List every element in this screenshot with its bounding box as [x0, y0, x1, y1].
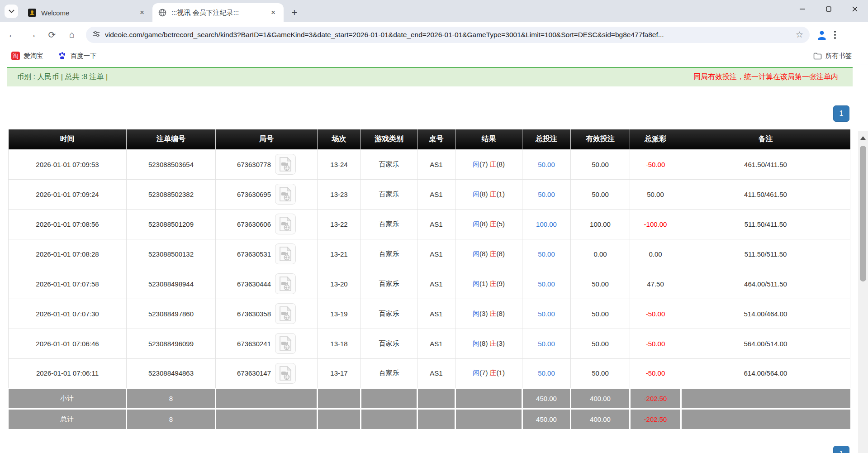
close-window-button[interactable]: [842, 0, 868, 18]
total-bet[interactable]: 100.00: [522, 209, 571, 239]
banker-score: (8): [497, 310, 505, 317]
session: 13-24: [318, 149, 361, 179]
summary-empty-cell: [216, 409, 318, 429]
all-bookmarks-button[interactable]: 所有书签: [809, 50, 855, 62]
tab-betrecord[interactable]: :::视讯 会员下注纪录::: ×: [152, 3, 284, 22]
round-number-text: 673630531: [237, 250, 271, 258]
session: 13-19: [318, 299, 361, 329]
bet-time: 2026-01-01 07:06:46: [9, 329, 127, 358]
column-header: 总投注: [522, 129, 571, 149]
profile-avatar-icon[interactable]: [816, 29, 828, 41]
forward-button[interactable]: →: [24, 27, 40, 43]
bet-time: 2026-01-01 07:06:11: [9, 358, 127, 388]
video-replay-button[interactable]: [275, 184, 296, 205]
maximize-button[interactable]: [816, 0, 842, 18]
column-header: 局号: [216, 129, 318, 149]
pagination-page-1-bottom[interactable]: 1: [833, 446, 849, 453]
tab-welcome[interactable]: Welcome ×: [22, 3, 152, 22]
video-replay-button[interactable]: [275, 214, 296, 234]
new-tab-button[interactable]: +: [287, 5, 302, 20]
player-score: (8): [479, 220, 490, 228]
summary-label: 小计: [9, 388, 127, 409]
player-label: 闲: [473, 190, 479, 198]
close-tab-icon[interactable]: ×: [137, 8, 147, 18]
round-number-text: 673630358: [237, 310, 271, 318]
total-bet[interactable]: 50.00: [522, 299, 571, 329]
minimize-button[interactable]: [789, 0, 816, 18]
total-bet[interactable]: 50.00: [522, 149, 571, 179]
globe-icon: [158, 8, 167, 17]
total-bet[interactable]: 50.00: [522, 179, 571, 209]
round-number-text: 673630444: [237, 280, 271, 288]
address-bar[interactable]: videoie.com/game/betrecord_search/kind3?…: [86, 27, 810, 43]
bookmark-star-icon[interactable]: ☆: [796, 29, 803, 40]
total-bet[interactable]: 50.00: [522, 269, 571, 299]
player-score: (7): [479, 160, 490, 168]
table-number: AS1: [417, 299, 455, 329]
site-info-icon[interactable]: [92, 30, 100, 40]
total-bet[interactable]: 50.00: [522, 329, 571, 358]
table-number: AS1: [417, 358, 455, 388]
player-score: (8): [479, 250, 490, 257]
table-row: 2026-01-01 07:08:56523088501209673630606…: [9, 209, 850, 239]
banker-score: (1): [497, 190, 505, 198]
scroll-up-icon[interactable]: [858, 132, 868, 144]
url-text[interactable]: videoie.com/game/betrecord_search/kind3?…: [105, 31, 796, 39]
summary-count: 8: [127, 409, 216, 429]
round-number: 673630241: [216, 329, 318, 358]
player-score: (8): [479, 339, 490, 347]
summary-empty-cell: [318, 409, 361, 429]
summary-bar: 币别 : 人民币 | 总共 :8 注单 | 同局有效投注，统一计算在该局第一张注…: [7, 67, 853, 86]
currency-summary: 币别 : 人民币 | 总共 :8 注单 |: [17, 72, 108, 82]
table-header-row: 时间注单编号局号场次游戏类别桌号结果总投注有效投注总派彩备注: [9, 129, 850, 149]
total-bet[interactable]: 50.00: [522, 358, 571, 388]
bet-number: 523088497860: [127, 299, 216, 329]
total-payout: -50.00: [630, 299, 681, 329]
player-label: 闲: [473, 220, 479, 228]
browser-window: Welcome × :::视讯 会员下注纪录::: × + ← → ⟳ ⌂: [0, 0, 868, 453]
player-label: 闲: [473, 250, 479, 257]
bookmark-label: 百度一下: [71, 52, 97, 60]
valid-bet: 50.00: [571, 358, 630, 388]
video-replay-button[interactable]: [275, 273, 296, 294]
round-number-text: 673630606: [237, 220, 271, 228]
column-header: 注单编号: [127, 129, 216, 149]
tab-title: :::视讯 会员下注纪录:::: [171, 9, 264, 17]
session: 13-21: [318, 239, 361, 269]
pagination-page-1-top[interactable]: 1: [833, 105, 849, 122]
table-number: AS1: [417, 179, 455, 209]
vertical-scrollbar[interactable]: [858, 131, 868, 453]
banker-label: 庄: [490, 280, 497, 287]
valid-bet: 50.00: [571, 329, 630, 358]
video-replay-button[interactable]: [275, 303, 296, 324]
banker-score: (1): [497, 369, 505, 377]
back-button[interactable]: ←: [5, 27, 20, 43]
banker-score: (5): [497, 220, 505, 228]
remark: 464.00/511.50: [681, 269, 850, 299]
table-row: 2026-01-01 07:07:58523088498944673630444…: [9, 269, 850, 299]
column-header: 场次: [318, 129, 361, 149]
result: 闲(1) 庄(9): [455, 269, 522, 299]
banker-score: (8): [497, 250, 505, 257]
video-replay-button[interactable]: [275, 363, 296, 384]
bookmark-baidu[interactable]: 百度一下: [54, 50, 100, 62]
game-type: 百家乐: [361, 358, 417, 388]
total-bet[interactable]: 50.00: [522, 239, 571, 269]
video-replay-button[interactable]: [275, 333, 296, 354]
tab-search-button[interactable]: [5, 5, 18, 18]
close-tab-icon[interactable]: ×: [268, 8, 278, 18]
window-controls: [789, 0, 868, 18]
game-type: 百家乐: [361, 149, 417, 179]
scrollbar-thumb[interactable]: [860, 146, 866, 281]
bet-number: 523088494863: [127, 358, 216, 388]
refresh-button[interactable]: ⟳: [44, 27, 60, 43]
video-replay-button[interactable]: [275, 243, 296, 264]
summary-empty-cell: [361, 409, 417, 429]
round-number: 673630147: [216, 358, 318, 388]
menu-kebab-icon[interactable]: [834, 31, 836, 39]
folder-icon: [813, 52, 822, 61]
home-button[interactable]: ⌂: [64, 27, 80, 43]
video-replay-button[interactable]: [275, 154, 296, 175]
valid-bet: 50.00: [571, 179, 630, 209]
bookmark-aitaobao[interactable]: 淘 爱淘宝: [7, 50, 47, 62]
